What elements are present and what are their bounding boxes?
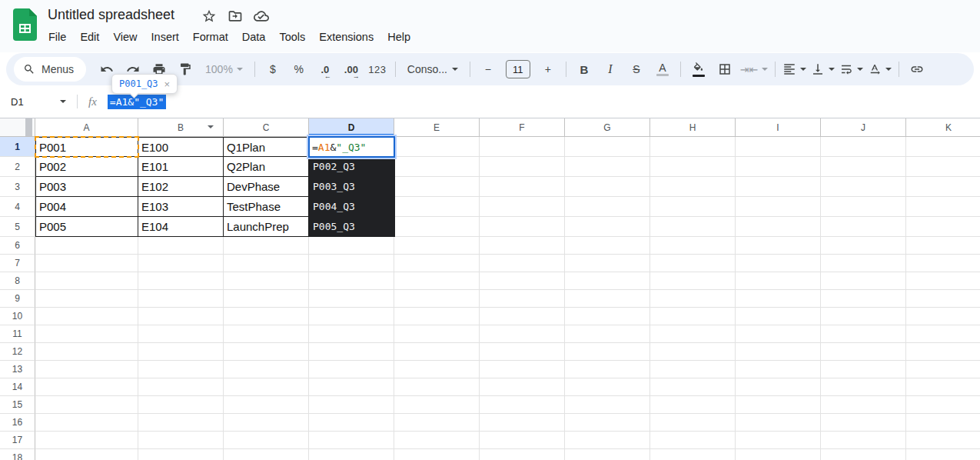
row-header-10[interactable]: 10	[0, 308, 35, 325]
cell-E18[interactable]	[394, 449, 480, 460]
cell-K3[interactable]	[906, 177, 980, 197]
cell-B10[interactable]	[138, 308, 224, 325]
cell-D14[interactable]	[309, 378, 394, 396]
cell-K4[interactable]	[906, 197, 980, 217]
cell-A11[interactable]	[35, 325, 138, 343]
cell-C8[interactable]	[224, 272, 309, 290]
borders-button[interactable]	[714, 58, 736, 80]
cell-E1[interactable]	[394, 137, 480, 157]
row-header-1[interactable]: 1	[0, 137, 35, 157]
cell-J7[interactable]	[821, 255, 906, 272]
cell-B4[interactable]: E103	[138, 197, 224, 217]
cell-A15[interactable]	[35, 396, 138, 414]
cell-B16[interactable]	[138, 414, 224, 432]
cell-J2[interactable]	[821, 157, 906, 177]
cell-A4[interactable]: P004	[35, 197, 138, 217]
cell-F12[interactable]	[480, 343, 565, 361]
cell-F5[interactable]	[480, 217, 565, 237]
cell-A2[interactable]: P002	[35, 157, 138, 177]
decrease-decimal-button[interactable]: .0←	[314, 58, 336, 80]
cell-J5[interactable]	[821, 217, 906, 237]
cell-A1[interactable]: P001	[35, 137, 138, 157]
cell-H7[interactable]	[650, 255, 736, 272]
cell-E7[interactable]	[394, 255, 480, 272]
cell-F15[interactable]	[480, 396, 565, 414]
column-header-G[interactable]: G	[565, 118, 650, 137]
cell-E16[interactable]	[394, 414, 480, 432]
cell-B2[interactable]: E101	[138, 157, 224, 177]
cell-G3[interactable]	[565, 177, 650, 197]
cell-B6[interactable]	[138, 237, 224, 255]
cell-B17[interactable]	[138, 432, 224, 449]
cell-F6[interactable]	[480, 237, 565, 255]
row-header-11[interactable]: 11	[0, 325, 35, 343]
sheets-logo-icon[interactable]	[13, 8, 37, 41]
cell-J14[interactable]	[821, 378, 906, 396]
cell-D15[interactable]	[309, 396, 394, 414]
cloud-saved-icon[interactable]	[254, 8, 269, 24]
cell-H14[interactable]	[650, 378, 736, 396]
row-header-15[interactable]: 15	[0, 396, 35, 414]
cell-C17[interactable]	[224, 432, 309, 449]
cell-J18[interactable]	[821, 449, 906, 460]
row-header-16[interactable]: 16	[0, 414, 35, 432]
cell-B18[interactable]	[138, 449, 224, 460]
decrease-font-size-button[interactable]: −	[477, 58, 499, 80]
cell-H8[interactable]	[650, 272, 736, 290]
fill-color-button[interactable]	[688, 58, 709, 80]
cell-K13[interactable]	[906, 361, 980, 378]
text-wrap-button[interactable]	[839, 58, 863, 80]
cell-F8[interactable]	[480, 272, 565, 290]
cell-E17[interactable]	[394, 432, 480, 449]
cell-G14[interactable]	[565, 378, 650, 396]
cell-F17[interactable]	[480, 432, 565, 449]
cell-E13[interactable]	[394, 361, 480, 378]
menu-data[interactable]: Data	[235, 28, 273, 46]
cell-J9[interactable]	[821, 290, 906, 308]
cell-I14[interactable]	[736, 378, 821, 396]
cell-C15[interactable]	[224, 396, 309, 414]
strikethrough-button[interactable]: S	[626, 58, 647, 80]
column-header-C[interactable]: C	[224, 118, 309, 137]
cell-K15[interactable]	[906, 396, 980, 414]
column-header-E[interactable]: E	[394, 118, 480, 137]
paint-format-button[interactable]	[174, 58, 196, 80]
cell-K1[interactable]	[906, 137, 980, 157]
cell-F7[interactable]	[480, 255, 565, 272]
cell-E15[interactable]	[394, 396, 480, 414]
cell-K5[interactable]	[906, 217, 980, 237]
cell-I13[interactable]	[736, 361, 821, 378]
cell-G12[interactable]	[565, 343, 650, 361]
cell-D17[interactable]	[309, 432, 394, 449]
cell-C14[interactable]	[224, 378, 309, 396]
format-currency-button[interactable]: $	[262, 58, 284, 80]
cell-B8[interactable]	[138, 272, 224, 290]
cell-C16[interactable]	[224, 414, 309, 432]
cell-I8[interactable]	[736, 272, 821, 290]
menu-help[interactable]: Help	[380, 28, 417, 46]
cell-H17[interactable]	[650, 432, 736, 449]
cell-I7[interactable]	[736, 255, 821, 272]
cell-C12[interactable]	[224, 343, 309, 361]
cell-G10[interactable]	[565, 308, 650, 325]
cell-K11[interactable]	[906, 325, 980, 343]
name-box[interactable]: D1	[0, 96, 74, 108]
cell-H16[interactable]	[650, 414, 736, 432]
column-header-H[interactable]: H	[650, 118, 736, 137]
cell-E14[interactable]	[394, 378, 480, 396]
cell-F10[interactable]	[480, 308, 565, 325]
menus-search-button[interactable]: Menus	[14, 57, 86, 82]
cell-G2[interactable]	[565, 157, 650, 177]
row-header-12[interactable]: 12	[0, 343, 35, 361]
active-cell-editor[interactable]: =A1&"_Q3"	[308, 136, 395, 158]
cell-E12[interactable]	[394, 343, 480, 361]
menu-insert[interactable]: Insert	[145, 28, 186, 46]
menu-extensions[interactable]: Extensions	[312, 28, 380, 46]
menu-format[interactable]: Format	[186, 28, 235, 46]
cell-F4[interactable]	[480, 197, 565, 217]
cell-H5[interactable]	[650, 217, 736, 237]
row-header-2[interactable]: 2	[0, 157, 35, 177]
cell-F18[interactable]	[480, 449, 565, 460]
font-family-select[interactable]: Conso...	[403, 58, 463, 80]
cell-A7[interactable]	[35, 255, 138, 272]
